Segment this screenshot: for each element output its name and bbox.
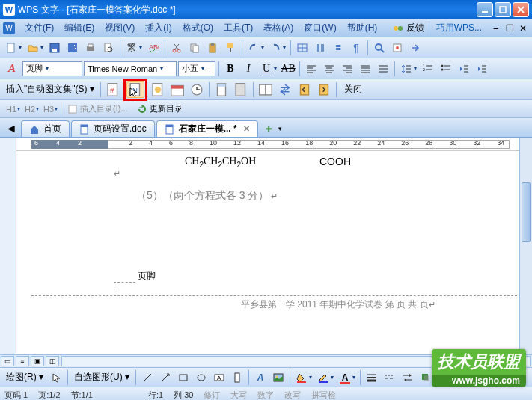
- size-combo[interactable]: 小五▾: [178, 61, 215, 76]
- spellcheck-button[interactable]: ABC: [145, 40, 162, 56]
- vertical-ruler[interactable]: [0, 138, 16, 354]
- draw-menu[interactable]: 绘图(R) ▾: [3, 371, 46, 384]
- insert-date-button[interactable]: [168, 81, 186, 98]
- tip-link[interactable]: 巧用WPS...: [432, 20, 486, 36]
- save-button[interactable]: [46, 40, 63, 56]
- normal-view-button[interactable]: ▭: [1, 356, 14, 366]
- page-view-button[interactable]: ▣: [31, 356, 44, 366]
- dashstyle-button[interactable]: [382, 369, 398, 386]
- oval-button[interactable]: [193, 369, 210, 386]
- textbox-button[interactable]: A: [211, 369, 227, 386]
- next-button[interactable]: [315, 81, 333, 98]
- minimize-button[interactable]: [477, 2, 493, 17]
- tab-doc1[interactable]: 页码设置.doc: [71, 120, 155, 137]
- feedback-link[interactable]: 反馈: [390, 22, 427, 34]
- indent-button[interactable]: [474, 61, 490, 77]
- saveas-button[interactable]: [64, 40, 81, 56]
- insert-toc-button[interactable]: 插入目录(I)...: [63, 102, 132, 116]
- status-rev[interactable]: 修订: [204, 390, 220, 400]
- strike-button[interactable]: AB: [280, 61, 296, 77]
- align-justify-button[interactable]: [357, 61, 373, 77]
- nav-back-button[interactable]: ◄: [3, 120, 19, 137]
- preview-button[interactable]: [100, 40, 117, 56]
- menu-insert[interactable]: 插入(I): [141, 20, 176, 36]
- format-pagenum-button[interactable]: [149, 81, 167, 98]
- linespacing-button[interactable]: [398, 61, 415, 77]
- font-combo[interactable]: Times New Roman▾: [84, 61, 177, 76]
- style-combo[interactable]: 页脚▾: [22, 61, 82, 76]
- show-marks-button[interactable]: ¶: [348, 40, 364, 56]
- new-dropdown[interactable]: ▾: [19, 44, 23, 51]
- open-button[interactable]: [25, 40, 41, 56]
- status-num[interactable]: 数字: [257, 390, 274, 400]
- new-button[interactable]: [3, 40, 19, 56]
- columns-button[interactable]: [312, 40, 328, 56]
- cut-button[interactable]: [168, 40, 185, 56]
- open-dropdown[interactable]: ▾: [40, 44, 45, 51]
- textdir-button[interactable]: ≣: [330, 40, 346, 56]
- new-tab-button[interactable]: ✚: [263, 120, 275, 137]
- horizontal-ruler[interactable]: 642 24681012141618202224262830323436: [16, 138, 532, 151]
- mdi-close-icon[interactable]: ✕: [517, 23, 529, 34]
- align-dist-button[interactable]: [375, 61, 391, 77]
- web-view-button[interactable]: ◫: [46, 356, 59, 366]
- underline-button[interactable]: U: [258, 61, 275, 77]
- close-button[interactable]: [513, 2, 529, 17]
- vertical-scrollbar[interactable]: [519, 138, 532, 354]
- status-ovr[interactable]: 改写: [284, 390, 301, 400]
- maximize-button[interactable]: [495, 2, 511, 17]
- s2t-button[interactable]: 繁: [123, 40, 140, 56]
- prev-button[interactable]: [296, 81, 314, 98]
- menu-file[interactable]: 文件(F): [20, 20, 58, 36]
- print-button[interactable]: [82, 40, 99, 56]
- find-button[interactable]: [371, 40, 388, 56]
- hf-close-button[interactable]: 关闭: [340, 83, 367, 96]
- outline-view-button[interactable]: ≡: [16, 356, 29, 366]
- undo-button[interactable]: [245, 40, 262, 56]
- tab-close-icon[interactable]: ✕: [243, 124, 250, 134]
- update-toc-button[interactable]: 更新目录: [132, 102, 187, 116]
- menu-tools[interactable]: 工具(T): [219, 20, 257, 36]
- tab-list-button[interactable]: ▾: [276, 120, 285, 137]
- insert-pic-button[interactable]: [270, 369, 287, 386]
- fontcolor-button[interactable]: A: [337, 369, 353, 386]
- menu-window[interactable]: 窗口(W): [299, 20, 340, 36]
- bullet-list-button[interactable]: [438, 61, 454, 77]
- line-button[interactable]: [139, 369, 156, 386]
- outdent-button[interactable]: [456, 61, 472, 77]
- status-caps[interactable]: 大写: [230, 390, 247, 400]
- wordart-button[interactable]: A: [252, 369, 269, 386]
- tab-home[interactable]: 首页: [21, 120, 70, 137]
- mdi-minimize-icon[interactable]: ‒: [490, 23, 502, 34]
- menu-help[interactable]: 帮助(H): [343, 20, 382, 36]
- menu-view[interactable]: 视图(V): [100, 20, 139, 36]
- number-list-button[interactable]: 12: [420, 61, 436, 77]
- research-button[interactable]: [389, 40, 406, 56]
- vtextbox-button[interactable]: [229, 369, 245, 386]
- linecolor-button[interactable]: [315, 369, 331, 386]
- table-button[interactable]: [294, 40, 311, 56]
- switch-hf-button[interactable]: [276, 81, 294, 98]
- fillcolor-button[interactable]: [293, 369, 310, 386]
- redo-button[interactable]: [267, 40, 284, 56]
- select-button[interactable]: [48, 369, 64, 386]
- toggle-button[interactable]: [407, 40, 424, 56]
- menu-edit[interactable]: 编辑(E): [60, 20, 99, 36]
- bold-button[interactable]: B: [222, 61, 239, 77]
- showdoc-button[interactable]: [232, 81, 250, 98]
- scroll-thumb[interactable]: [522, 182, 531, 242]
- paste-button[interactable]: [204, 40, 221, 56]
- arrow-button[interactable]: [157, 369, 174, 386]
- copy-button[interactable]: [186, 40, 203, 56]
- menu-format[interactable]: 格式(O): [178, 20, 218, 36]
- status-ime[interactable]: 拼写检: [311, 390, 336, 400]
- insert-time-button[interactable]: [188, 81, 206, 98]
- rect-button[interactable]: [175, 369, 192, 386]
- page-content[interactable]: CH2CH2CH2OH COOH ↵ （5）（两个方程式各 3 分） ↵ 页脚 …: [16, 151, 532, 354]
- align-right-button[interactable]: [339, 61, 355, 77]
- arrowstyle-button[interactable]: [400, 369, 416, 386]
- menu-table[interactable]: 表格(A): [259, 20, 298, 36]
- pagesetup-button[interactable]: [213, 81, 230, 98]
- app-menu-icon[interactable]: W: [3, 22, 15, 34]
- format-painter-button[interactable]: [222, 40, 239, 56]
